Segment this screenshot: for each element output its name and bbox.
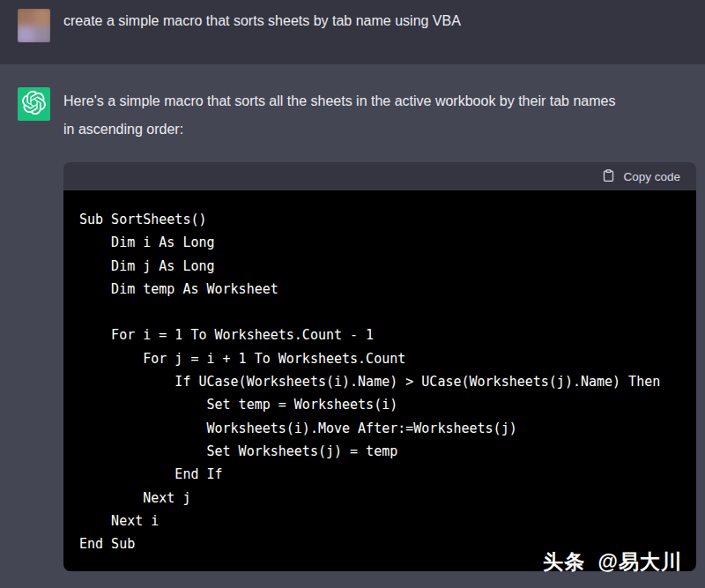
assistant-text-line-1: Here's a simple macro that sorts all the… [63,87,684,115]
assistant-message-text: Here's a simple macro that sorts all the… [63,87,684,143]
assistant-text-line-2: in ascending order: [63,115,684,144]
assistant-message: Here's a simple macro that sorts all the… [0,64,705,588]
code-block-header: Copy code [63,162,696,190]
user-avatar [18,9,50,42]
clipboard-icon [602,168,615,185]
watermark-brand: 头条 [543,550,585,573]
assistant-avatar [18,87,50,121]
code-block: Copy code Sub SortSheets() Dim i As Long… [63,162,696,571]
user-message-text: create a simple macro that sorts sheets … [63,9,461,64]
user-message: create a simple macro that sorts sheets … [0,0,705,64]
blurred-avatar-image [18,9,50,42]
code-content: Sub SortSheets() Dim i As Long Dim j As … [63,190,696,571]
copy-code-label: Copy code [623,170,680,183]
openai-logo-icon [22,91,46,118]
watermark: 头条 @易大川 [543,548,682,576]
copy-code-button[interactable]: Copy code [602,168,680,185]
watermark-handle: @易大川 [598,550,682,573]
